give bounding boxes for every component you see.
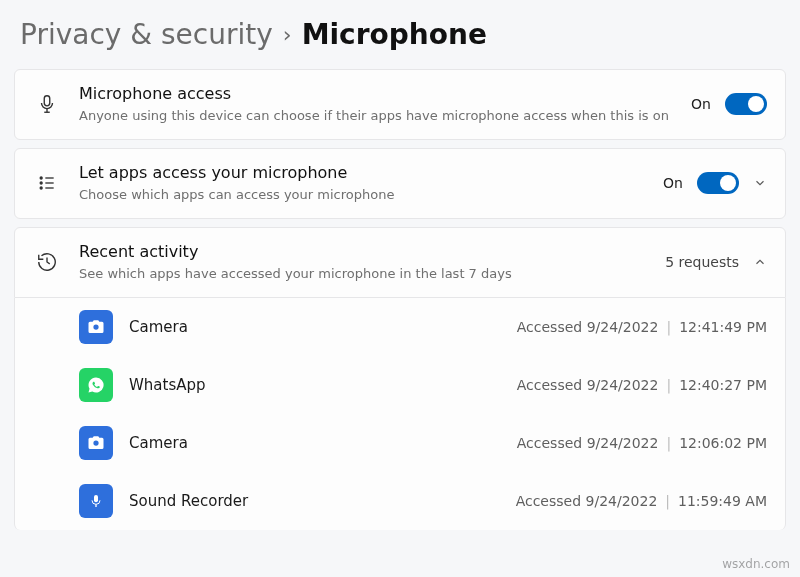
microphone-access-state: On xyxy=(691,96,711,112)
separator-bar: | xyxy=(666,377,671,393)
activity-row[interactable]: WhatsApp Accessed 9/24/2022 | 12:40:27 P… xyxy=(15,356,785,414)
chevron-down-icon[interactable] xyxy=(753,176,767,190)
breadcrumb-current: Microphone xyxy=(302,18,487,51)
svg-rect-10 xyxy=(95,504,96,507)
activity-access-info: Accessed 9/24/2022 | 12:06:02 PM xyxy=(517,435,767,451)
svg-point-1 xyxy=(40,177,42,179)
activity-app-name: WhatsApp xyxy=(129,376,501,394)
watermark: wsxdn.com xyxy=(722,557,790,571)
recent-activity-count: 5 requests xyxy=(665,254,739,270)
svg-point-2 xyxy=(40,182,42,184)
breadcrumb-parent[interactable]: Privacy & security xyxy=(20,18,273,51)
svg-rect-0 xyxy=(44,96,50,106)
activity-app-name: Camera xyxy=(129,434,501,452)
activity-accessed-date: Accessed 9/24/2022 xyxy=(516,493,658,509)
history-icon xyxy=(33,251,61,273)
recent-activity-card[interactable]: Recent activity See which apps have acce… xyxy=(14,227,786,298)
separator-bar: | xyxy=(665,493,670,509)
camera-app-icon xyxy=(79,310,113,344)
chevron-up-icon[interactable] xyxy=(753,255,767,269)
microphone-access-title: Microphone access xyxy=(79,84,673,105)
let-apps-card[interactable]: Let apps access your microphone Choose w… xyxy=(14,148,786,219)
whatsapp-app-icon xyxy=(79,368,113,402)
activity-row[interactable]: Camera Accessed 9/24/2022 | 12:06:02 PM xyxy=(15,414,785,472)
sound-recorder-app-icon xyxy=(79,484,113,518)
activity-accessed-time: 12:41:49 PM xyxy=(679,319,767,335)
let-apps-text: Let apps access your microphone Choose w… xyxy=(79,163,645,204)
recent-activity-subtitle: See which apps have accessed your microp… xyxy=(79,265,647,283)
activity-accessed-date: Accessed 9/24/2022 xyxy=(517,377,659,393)
activity-row[interactable]: Camera Accessed 9/24/2022 | 12:41:49 PM xyxy=(15,298,785,356)
microphone-access-toggle[interactable] xyxy=(725,93,767,115)
camera-app-icon xyxy=(79,426,113,460)
svg-point-7 xyxy=(93,324,98,329)
let-apps-subtitle: Choose which apps can access your microp… xyxy=(79,186,645,204)
separator-bar: | xyxy=(666,435,671,451)
activity-app-name: Camera xyxy=(129,318,501,336)
activity-app-name: Sound Recorder xyxy=(129,492,500,510)
activity-accessed-time: 12:06:02 PM xyxy=(679,435,767,451)
microphone-access-text: Microphone access Anyone using this devi… xyxy=(79,84,673,125)
let-apps-state: On xyxy=(663,175,683,191)
activity-accessed-time: 11:59:49 AM xyxy=(678,493,767,509)
microphone-icon xyxy=(33,93,61,115)
activity-accessed-date: Accessed 9/24/2022 xyxy=(517,319,659,335)
recent-activity-list: Camera Accessed 9/24/2022 | 12:41:49 PM … xyxy=(14,298,786,530)
svg-point-8 xyxy=(93,440,98,445)
breadcrumb-separator: › xyxy=(283,22,292,47)
activity-access-info: Accessed 9/24/2022 | 11:59:49 AM xyxy=(516,493,767,509)
list-options-icon xyxy=(33,173,61,193)
separator-bar: | xyxy=(666,319,671,335)
microphone-access-card: Microphone access Anyone using this devi… xyxy=(14,69,786,140)
svg-rect-9 xyxy=(94,495,98,502)
activity-accessed-time: 12:40:27 PM xyxy=(679,377,767,393)
breadcrumb: Privacy & security › Microphone xyxy=(14,8,786,69)
svg-point-3 xyxy=(40,187,42,189)
microphone-access-subtitle: Anyone using this device can choose if t… xyxy=(79,107,673,125)
activity-access-info: Accessed 9/24/2022 | 12:41:49 PM xyxy=(517,319,767,335)
activity-accessed-date: Accessed 9/24/2022 xyxy=(517,435,659,451)
activity-row[interactable]: Sound Recorder Accessed 9/24/2022 | 11:5… xyxy=(15,472,785,530)
let-apps-toggle[interactable] xyxy=(697,172,739,194)
recent-activity-text: Recent activity See which apps have acce… xyxy=(79,242,647,283)
let-apps-title: Let apps access your microphone xyxy=(79,163,645,184)
recent-activity-title: Recent activity xyxy=(79,242,647,263)
activity-access-info: Accessed 9/24/2022 | 12:40:27 PM xyxy=(517,377,767,393)
